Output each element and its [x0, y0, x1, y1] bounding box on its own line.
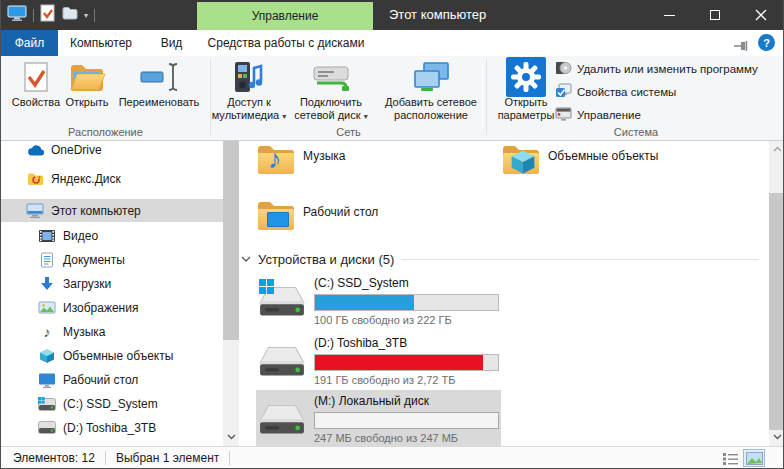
desktop-overlay-icon [267, 212, 289, 227]
sidebar-scrollbar-thumb[interactable] [223, 141, 239, 340]
drive-name: (C:) SSD_System [314, 276, 499, 291]
sidebar-item-music[interactable]: ♪ Музыка [1, 320, 223, 343]
windows-logo-icon [259, 279, 274, 294]
new-folder-quick-icon[interactable] [62, 5, 78, 25]
open-button[interactable]: Открыть [64, 58, 110, 109]
sidebar-item-downloads[interactable]: Загрузки [1, 272, 223, 295]
media-access-button[interactable]: Доступ к мультимедиа ▾ [215, 58, 283, 123]
drive-tile-c[interactable]: (C:) SSD_System 100 ГБ свободно из 222 Г… [256, 272, 501, 329]
system-properties-button[interactable]: Свойства системы [555, 82, 676, 101]
manage-icon [555, 106, 572, 124]
pictures-icon [38, 300, 56, 316]
yandex-disk-icon [26, 171, 44, 187]
sidebar-item-drive-c[interactable]: (C:) SSD_System [1, 392, 223, 415]
content-scrollbar-thumb[interactable] [769, 193, 784, 430]
settings-gear-icon [506, 58, 546, 96]
open-folder-icon [69, 58, 105, 96]
titlebar: ▾ Управление Этот компьютер [1, 0, 783, 30]
capacity-bar [314, 412, 499, 429]
explorer-window: ▾ Управление Этот компьютер Файл Компьют… [0, 0, 784, 469]
help-button[interactable]: ? [758, 34, 775, 51]
sidebar-item-onedrive[interactable]: OneDrive [1, 138, 223, 161]
properties-button[interactable]: Свойства [9, 58, 63, 109]
drive-free-space: 100 ГБ свободно из 222 ГБ [314, 314, 499, 326]
tab-file[interactable]: Файл [1, 30, 58, 56]
separator [229, 451, 230, 465]
sidebar-item-documents[interactable]: Документы [1, 248, 223, 271]
capacity-bar [314, 354, 499, 371]
computer-icon[interactable] [7, 5, 27, 26]
uninstall-program-icon [555, 60, 572, 78]
sidebar-item-videos[interactable]: Видео [1, 224, 223, 247]
tab-disk-tools[interactable]: Средства работы с дисками [199, 30, 373, 56]
network-drive-icon [311, 58, 351, 96]
status-bar: Элементов: 12 Выбран 1 элемент [1, 446, 783, 468]
open-settings-button[interactable]: Открыть параметры [495, 58, 557, 122]
sidebar-item-drive-d[interactable]: (D:) Toshiba_3TB [1, 416, 223, 439]
manage-button[interactable]: Управление [555, 105, 641, 124]
group-separator [210, 59, 211, 135]
drive-free-space: 191 ГБ свободно из 2,72 ТБ [314, 374, 499, 386]
thumbnail-view-icon [746, 452, 763, 465]
system-properties-icon [555, 83, 572, 101]
folder-tile-music[interactable]: ♪ Музыка [256, 139, 498, 191]
ribbon: Свойства Открыть Переименовать Расположе… [1, 56, 783, 141]
capacity-bar-fill [315, 295, 414, 310]
properties-icon [23, 58, 49, 96]
ribbon-tab-row: Файл Компьютер Вид Средства работы с дис… [1, 30, 783, 56]
close-button[interactable] [738, 0, 784, 30]
contextual-tab-header[interactable]: Управление [197, 2, 373, 30]
close-icon [755, 9, 767, 21]
videos-icon [38, 228, 56, 244]
sidebar-scrollbar[interactable] [223, 141, 239, 446]
uninstall-program-button[interactable]: Удалить или изменить программу [555, 59, 758, 78]
section-collapse-icon [241, 256, 251, 262]
sidebar-item-desktop[interactable]: Рабочий стол [1, 368, 223, 391]
folder-tile-3d-objects[interactable]: Объемные объекты [501, 139, 743, 191]
folder-tile-desktop[interactable]: Рабочий стол [256, 195, 498, 247]
downloads-icon [38, 276, 56, 292]
drive-d-icon [38, 420, 56, 436]
content-scrollbar[interactable] [769, 141, 784, 446]
rename-button[interactable]: Переименовать [111, 58, 207, 109]
separator [94, 9, 95, 22]
sidebar-item-yandex-disk[interactable]: Яндекс.Диск [1, 167, 223, 190]
this-pc-icon [26, 203, 44, 219]
dropdown-arrow-icon: ▾ [364, 112, 368, 121]
tab-view[interactable]: Вид [144, 30, 199, 56]
drive-c-icon [38, 396, 56, 412]
minimize-button[interactable] [646, 0, 692, 30]
drive-free-space: 247 МБ свободно из 247 МБ [314, 432, 499, 444]
sidebar-scroll-down-icon[interactable] [223, 430, 239, 444]
maximize-button[interactable] [692, 0, 738, 30]
pin-ribbon-icon[interactable] [734, 38, 749, 56]
details-view-icon [723, 452, 738, 465]
content-scroll-down-icon[interactable] [769, 430, 784, 444]
drive-name: (M:) Локальный диск [314, 394, 499, 409]
3d-objects-icon [38, 348, 56, 364]
drive-tile-m[interactable]: (M:) Локальный диск 247 МБ свободно из 2… [256, 390, 501, 447]
sidebar-item-this-pc[interactable]: Этот компьютер [1, 199, 223, 222]
sidebar-item-pictures[interactable]: Изображения [1, 296, 223, 319]
drive-tile-d[interactable]: (D:) Toshiba_3TB 191 ГБ свободно из 2,72… [256, 332, 501, 389]
window-title: Этот компьютер [389, 0, 486, 30]
properties-quick-icon[interactable] [40, 4, 56, 27]
group-separator [486, 59, 487, 135]
thumbnail-view-button[interactable] [743, 449, 765, 467]
hard-drive-icon [258, 341, 306, 381]
qat-dropdown-icon[interactable]: ▾ [84, 11, 88, 20]
quick-access-toolbar: ▾ [7, 0, 95, 30]
content-scroll-up-icon[interactable] [769, 142, 784, 156]
section-devices-and-drives[interactable]: Устройства и диски (5) [241, 251, 769, 267]
group-label-system: Система [487, 126, 784, 140]
details-view-button[interactable] [719, 449, 741, 467]
drive-name: (D:) Toshiba_3TB [314, 336, 499, 351]
music-note-overlay-icon: ♪ [268, 144, 282, 175]
selection-count: Выбран 1 элемент [116, 451, 219, 465]
group-label-network: Сеть [211, 126, 486, 140]
tab-computer[interactable]: Компьютер [58, 30, 144, 56]
minimize-icon [664, 15, 675, 16]
map-network-drive-button[interactable]: Подключить сетевой диск ▾ [285, 58, 377, 123]
add-network-location-button[interactable]: Добавить сетевое расположение [378, 58, 484, 122]
sidebar-item-3d-objects[interactable]: Объемные объекты [1, 344, 223, 367]
